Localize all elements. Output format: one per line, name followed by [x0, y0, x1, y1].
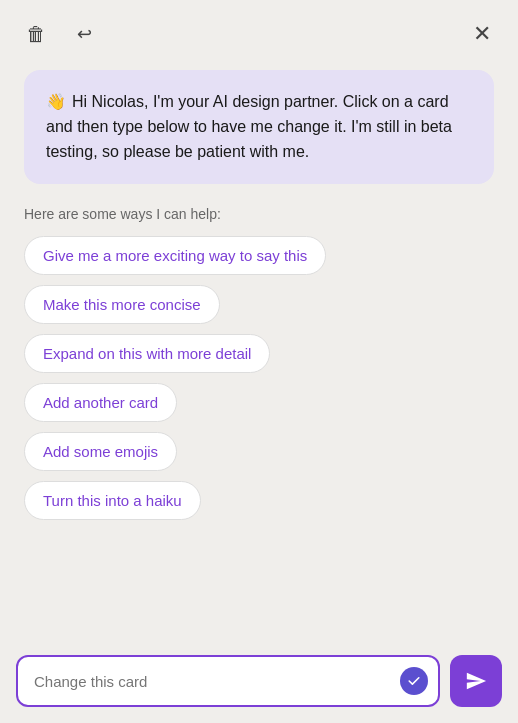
- suggestion-0[interactable]: Give me a more exciting way to say this: [24, 236, 326, 275]
- suggestion-1[interactable]: Make this more concise: [24, 285, 220, 324]
- suggestion-2[interactable]: Expand on this with more detail: [24, 334, 270, 373]
- top-bar: 🗑 ↩ ✕: [0, 0, 518, 60]
- greeting-emoji: 👋: [46, 93, 66, 110]
- suggestion-3[interactable]: Add another card: [24, 383, 177, 422]
- ai-message-bubble: 👋Hi Nicolas, I'm your AI design partner.…: [24, 70, 494, 184]
- close-button[interactable]: ✕: [466, 18, 498, 50]
- card-input[interactable]: [16, 655, 440, 707]
- suggestion-4[interactable]: Add some emojis: [24, 432, 177, 471]
- main-content: 👋Hi Nicolas, I'm your AI design partner.…: [0, 60, 518, 556]
- delete-icon: 🗑: [26, 23, 46, 46]
- input-wrapper: [16, 655, 440, 707]
- suggestion-5[interactable]: Turn this into a haiku: [24, 481, 201, 520]
- checkmark-icon: [406, 673, 422, 689]
- delete-button[interactable]: 🗑: [20, 18, 52, 50]
- send-icon: [465, 670, 487, 692]
- close-icon: ✕: [473, 21, 491, 47]
- bottom-bar: [0, 643, 518, 723]
- history-button[interactable]: ↩: [68, 18, 100, 50]
- ai-message-text: Hi Nicolas, I'm your AI design partner. …: [46, 93, 452, 160]
- send-button[interactable]: [450, 655, 502, 707]
- top-left-icons: 🗑 ↩: [20, 18, 100, 50]
- history-icon: ↩: [77, 23, 92, 45]
- input-check-icon: [400, 667, 428, 695]
- suggestion-list: Give me a more exciting way to say this …: [24, 236, 494, 520]
- helper-text: Here are some ways I can help:: [24, 206, 494, 222]
